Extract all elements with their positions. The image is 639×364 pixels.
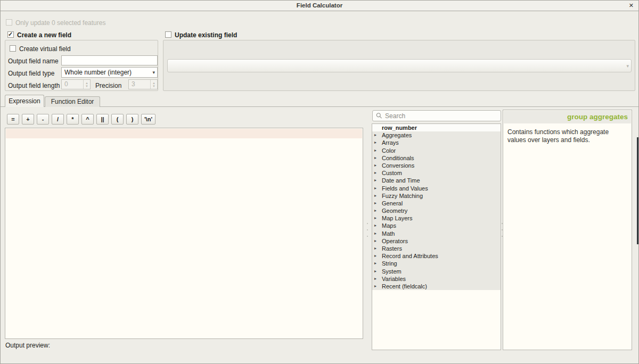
tree-item-label: Record and Attributes [382, 253, 438, 259]
operator-open-paren-button[interactable]: ( [111, 114, 124, 125]
output-field-type-select[interactable]: Whole number (integer) ▾ [61, 67, 158, 78]
tree-item-label: Conversions [382, 162, 414, 169]
tree-item-label: Geometry [382, 208, 407, 214]
precision-label: Precision [95, 82, 121, 89]
operator-multiply-button[interactable]: * [67, 114, 79, 125]
only-update-label: Only update 0 selected features [15, 19, 105, 27]
tree-item-label: Math [382, 230, 395, 237]
operator-newline-button[interactable]: '\n' [141, 114, 155, 125]
expand-arrow-icon: ▸ [374, 200, 376, 207]
function-tree[interactable]: row_number ▸Aggregates ▸Arrays ▸Color ▸C… [372, 123, 501, 350]
tab-function-editor[interactable]: Function Editor [45, 96, 100, 107]
function-tree-item-maps[interactable]: ▸Maps [372, 222, 501, 229]
tree-item-label: Rasters [382, 245, 402, 252]
operator-concat-button[interactable]: || [96, 114, 109, 125]
chevron-down-icon: ▾ [152, 68, 155, 77]
expand-arrow-icon: ▸ [374, 185, 376, 192]
expand-arrow-icon: ▸ [374, 283, 376, 290]
expand-arrow-icon: ▸ [374, 147, 376, 154]
output-field-name-input[interactable] [61, 55, 158, 65]
spinner-arrows-icon: ▲▼ [150, 80, 157, 89]
function-tree-item-record-and-attributes[interactable]: ▸Record and Attributes [372, 252, 501, 260]
expand-arrow-icon: ▸ [374, 154, 376, 162]
function-tree-item-color[interactable]: ▸Color [372, 147, 501, 154]
function-tree-item-custom[interactable]: ▸Custom [372, 169, 501, 177]
function-tree-item-variables[interactable]: ▸Variables [372, 275, 501, 283]
function-tree-item-string[interactable]: ▸String [372, 260, 501, 267]
function-tree-item-geometry[interactable]: ▸Geometry [372, 207, 501, 214]
expand-arrow-icon: ▸ [374, 177, 376, 184]
function-tree-item-system[interactable]: ▸System [372, 268, 501, 275]
search-icon [376, 112, 382, 119]
right-edge-scrollbar[interactable] [637, 137, 638, 244]
tree-item-label: Maps [382, 222, 396, 229]
operator-minus-button[interactable]: - [37, 114, 49, 125]
function-tree-item-math[interactable]: ▸Math [372, 230, 501, 237]
tree-item-label: String [382, 260, 397, 267]
tab-expression[interactable]: Expression [5, 95, 44, 107]
function-tree-item-conditionals[interactable]: ▸Conditionals [372, 154, 501, 162]
field-calculator-dialog: { "window": { "title": "Field Calculator… [0, 0, 639, 364]
title-bar: Field Calculator ✕ [1, 1, 638, 11]
spinner-arrows-icon: ▲▼ [83, 80, 90, 89]
tree-item-label: Fields and Values [382, 185, 428, 192]
tree-item-label: Date and Time [382, 177, 420, 184]
expand-arrow-icon: ▸ [374, 131, 376, 139]
operator-equals-button[interactable]: = [7, 114, 19, 125]
tree-item-label: Custom [382, 170, 402, 176]
precision-stepper: 3 ▲▼ [128, 79, 158, 89]
output-field-type-label: Output field type [8, 70, 54, 77]
expression-editor[interactable] [5, 128, 363, 339]
tree-item-label: Color [382, 147, 396, 154]
tree-item-label: Fuzzy Matching [382, 193, 423, 199]
function-tree-item-operators[interactable]: ▸Operators [372, 237, 501, 245]
output-field-name-label: Output field name [8, 57, 59, 65]
expand-arrow-icon: ▸ [374, 237, 376, 245]
expand-arrow-icon: ▸ [374, 192, 376, 200]
output-preview-label: Output preview: [5, 342, 50, 349]
expand-arrow-icon: ▸ [374, 268, 376, 275]
tree-item-label: row_number [382, 125, 417, 131]
function-tree-item-fuzzy-matching[interactable]: ▸Fuzzy Matching [372, 192, 501, 200]
expand-arrow-icon: ▸ [374, 260, 376, 267]
operator-close-paren-button[interactable]: ) [126, 114, 138, 125]
operator-plus-button[interactable]: + [22, 114, 34, 125]
update-existing-field-checkbox[interactable] [165, 31, 171, 38]
create-new-field-label: Create a new field [17, 31, 71, 39]
window-title: Field Calculator [1, 2, 638, 9]
operator-power-button[interactable]: ^ [81, 114, 94, 125]
function-tree-item-map-layers[interactable]: ▸Map Layers [372, 214, 501, 222]
create-virtual-field-checkbox[interactable] [10, 45, 16, 52]
function-tree-item-fields-and-values[interactable]: ▸Fields and Values [372, 185, 501, 192]
precision-value: 3 [132, 80, 135, 88]
operator-divide-button[interactable]: / [52, 114, 64, 125]
function-tree-item-recent-fieldcalc[interactable]: ▸Recent (fieldcalc) [372, 283, 501, 290]
tree-item-label: Aggregates [382, 132, 412, 138]
tree-item-label: General [382, 200, 403, 206]
operator-button-row: = + - / * ^ || ( ) '\n' [7, 114, 155, 125]
create-new-field-checkbox[interactable] [7, 31, 14, 38]
expand-arrow-icon: ▸ [374, 245, 376, 252]
function-search-input[interactable] [385, 112, 497, 120]
function-tree-item-conversions[interactable]: ▸Conversions [372, 162, 501, 169]
splitter-handle[interactable] [366, 223, 368, 237]
function-tree-item-arrays[interactable]: ▸Arrays [372, 139, 501, 146]
output-field-length-value: 0 [64, 80, 68, 88]
expand-arrow-icon: ▸ [374, 207, 376, 214]
only-update-checkbox [6, 19, 12, 26]
function-tree-item-aggregates[interactable]: ▸Aggregates [372, 131, 501, 139]
function-search-box[interactable] [372, 110, 501, 121]
tree-item-label: System [382, 268, 402, 275]
expand-arrow-icon: ▸ [374, 139, 376, 146]
expand-arrow-icon: ▸ [374, 275, 376, 283]
expand-arrow-icon: ▸ [374, 214, 376, 222]
function-tree-item-date-and-time[interactable]: ▸Date and Time [372, 177, 501, 184]
function-tree-item-rasters[interactable]: ▸Rasters [372, 245, 501, 252]
expand-arrow-icon: ▸ [374, 230, 376, 237]
function-tree-item-row-number[interactable]: row_number [372, 124, 501, 131]
create-virtual-field-label: Create virtual field [19, 45, 71, 53]
current-line-highlight [6, 129, 362, 138]
output-field-type-value: Whole number (integer) [64, 69, 132, 76]
function-tree-item-general[interactable]: ▸General [372, 200, 501, 207]
close-icon[interactable]: ✕ [629, 2, 634, 9]
